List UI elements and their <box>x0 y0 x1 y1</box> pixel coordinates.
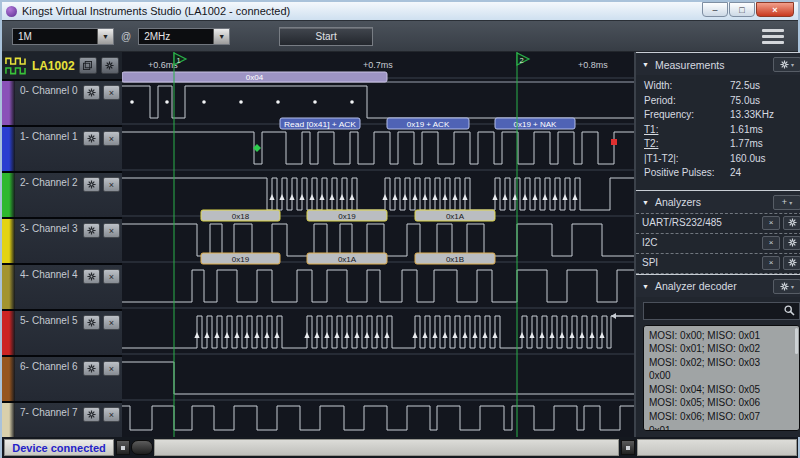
channel-row[interactable]: 3- Channel 3 × <box>2 219 122 265</box>
scrollbar-thumb[interactable] <box>131 440 153 455</box>
measurements-settings-button[interactable]: ▾ <box>773 57 800 72</box>
decode-label-text: Read [0x41] + ACK <box>284 120 357 129</box>
channel-row[interactable]: 5- Channel 5 × <box>2 311 122 357</box>
clock-arrow-icon <box>289 194 294 200</box>
analyzer-settings-button[interactable] <box>783 256 800 270</box>
scroll-left-button[interactable] <box>116 440 130 455</box>
clock-arrow-icon <box>572 194 577 200</box>
analyzer-settings-button[interactable] <box>783 216 800 230</box>
channel-settings-button[interactable] <box>83 177 100 192</box>
channel-close-button[interactable]: × <box>103 177 120 192</box>
collapse-icon[interactable]: ▼ <box>642 199 649 206</box>
channel-settings-button[interactable] <box>83 361 100 376</box>
clock-arrow-icon <box>522 194 527 200</box>
clock-arrow-icon <box>452 332 457 338</box>
clock-arrow-icon <box>269 194 274 200</box>
decoder-line: MOSI: 0x06; MISO: 0x07 <box>649 410 794 424</box>
clock-arrow-icon <box>539 332 544 338</box>
menu-icon[interactable] <box>762 29 788 44</box>
decoder-results-list[interactable]: MOSI: 0x00; MISO: 0x01MOSI: 0x01; MISO: … <box>643 325 800 432</box>
channel-settings-button[interactable] <box>83 131 100 146</box>
clock-arrow-icon <box>599 332 604 338</box>
collapse-icon[interactable]: ▼ <box>642 61 649 68</box>
measurement-value: 1.61ms <box>730 124 763 139</box>
sample-rate-select[interactable]: 2MHz ▼ <box>138 28 230 45</box>
waveform-area[interactable]: +0.6ms+0.7ms+0.8ms0x04Read [0x41] + ACK0… <box>122 52 634 437</box>
app-icon <box>6 6 17 17</box>
analyzer-remove-button[interactable]: × <box>762 256 780 270</box>
channel-row[interactable]: 4- Channel 4 × <box>2 265 122 311</box>
measurement-label: Positive Pulses: <box>644 167 730 182</box>
channel-row[interactable]: 2- Channel 2 × <box>2 173 122 219</box>
chevron-down-icon[interactable]: ▼ <box>213 29 229 44</box>
decoder-line: MOSI: 0x00; MISO: 0x01 <box>649 329 794 343</box>
measurement-row: Frequency: 13.33KHz <box>644 109 799 124</box>
channel-row[interactable]: 7- Channel 7 × <box>2 403 122 437</box>
analyzer-remove-button[interactable]: × <box>762 236 780 250</box>
clock-arrow-icon <box>224 332 229 338</box>
channel-close-button[interactable]: × <box>103 85 120 100</box>
decoder-line: MOSI: 0x02; MISO: 0x03 <box>649 356 794 370</box>
channel-settings-button[interactable] <box>83 85 100 100</box>
decode-label-text: 0x19 <box>232 255 250 264</box>
scrollbar-track[interactable] <box>154 439 619 456</box>
analyzers-header[interactable]: ▼ Analyzers + ▾ <box>636 190 800 213</box>
start-button[interactable]: Start <box>279 27 373 46</box>
channel-row[interactable]: 1- Channel 1 × <box>2 127 122 173</box>
channel-close-button[interactable]: × <box>103 361 120 376</box>
decode-label-text: 0x19 <box>338 212 356 221</box>
clock-arrow-icon <box>529 332 534 338</box>
clock-arrow-icon <box>254 332 259 338</box>
channel-close-button[interactable]: × <box>103 223 120 238</box>
clock-arrow-icon <box>319 194 324 200</box>
maximize-button[interactable]: □ <box>729 2 755 17</box>
collapse-icon[interactable]: ▼ <box>642 283 649 290</box>
decoder-settings-button[interactable]: ▾ <box>773 279 800 294</box>
analyzer-item[interactable]: SPI × <box>636 253 800 274</box>
ruler-tick-label: +0.7ms <box>363 60 393 70</box>
minimize-button[interactable]: – <box>702 2 728 17</box>
scrollbar-thumb[interactable] <box>795 328 798 354</box>
clock-arrow-icon <box>314 332 319 338</box>
channel-color-strip <box>2 265 15 309</box>
measurement-row: T1: 1.61ms <box>644 124 799 139</box>
cursor-flag-label: 2 <box>520 56 524 65</box>
add-analyzer-button[interactable]: + ▾ <box>773 195 800 210</box>
analyzer-item[interactable]: I2C × <box>636 233 800 253</box>
channel-close-button[interactable]: × <box>103 315 120 330</box>
device-settings-button[interactable] <box>101 57 119 74</box>
clock-arrow-icon <box>334 332 339 338</box>
channel-settings-button[interactable] <box>83 269 100 284</box>
measurements-header[interactable]: ▼ Measurements ▾ <box>636 52 800 75</box>
sample-count-select[interactable]: 1M ▼ <box>12 28 114 45</box>
chevron-down-icon: ▾ <box>791 283 794 290</box>
channel-settings-button[interactable] <box>83 407 100 422</box>
scroll-right-button[interactable] <box>621 440 635 455</box>
analyzer-item[interactable]: UART/RS232/485 × <box>636 213 800 233</box>
analyzer-settings-button[interactable] <box>783 236 800 250</box>
decoder-search[interactable] <box>643 302 800 320</box>
bottom-bar: Device connected <box>2 437 798 458</box>
waveform-trace-ch5 <box>122 316 634 348</box>
channel-close-button[interactable]: × <box>103 131 120 146</box>
channel-row[interactable]: 6- Channel 6 × <box>2 357 122 403</box>
close-button[interactable]: × <box>756 2 794 17</box>
plus-icon: + <box>782 197 787 207</box>
clock-arrow-icon <box>344 332 349 338</box>
chevron-down-icon[interactable]: ▼ <box>97 29 113 44</box>
waveform-canvas[interactable]: +0.6ms+0.7ms+0.8ms0x04Read [0x41] + ACK0… <box>122 52 634 437</box>
decoder-header[interactable]: ▼ Analyzer decoder ▾ <box>636 274 800 297</box>
channel-row[interactable]: 0- Channel 0 × <box>2 81 122 127</box>
analyzer-remove-button[interactable]: × <box>762 216 780 230</box>
clock-arrow-icon <box>549 332 554 338</box>
channel-close-button[interactable]: × <box>103 407 120 422</box>
channel-close-button[interactable]: × <box>103 269 120 284</box>
decoder-line: 0x00 <box>649 369 794 383</box>
decoder-search-input[interactable] <box>648 304 784 317</box>
measurements-title: Measurements <box>655 59 724 71</box>
display-options-button[interactable] <box>79 57 97 74</box>
channel-settings-button[interactable] <box>83 315 100 330</box>
measurement-row: |T1-T2|: 160.0us <box>644 153 799 168</box>
channel-color-strip <box>2 81 15 125</box>
channel-settings-button[interactable] <box>83 223 100 238</box>
